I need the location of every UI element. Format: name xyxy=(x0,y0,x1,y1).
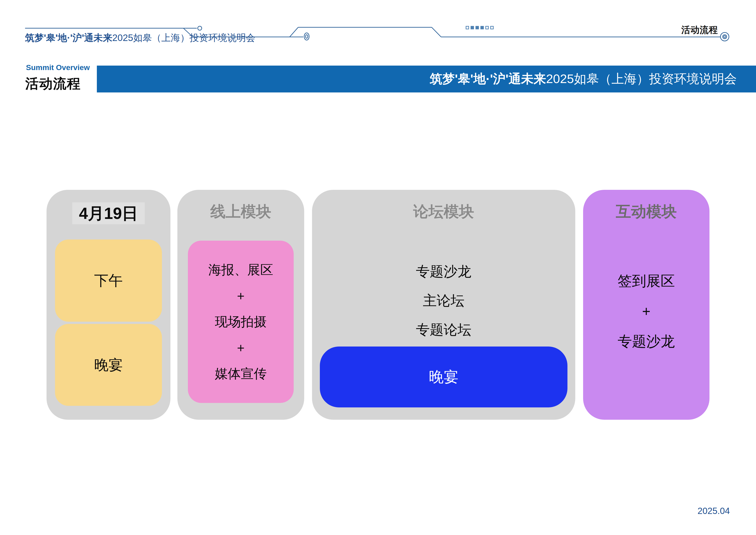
section-title: 活动流程 xyxy=(25,75,81,93)
masthead-title-rest: 2025如皋（上海）投资环境说明会 xyxy=(112,33,255,43)
deco-end-circle-outer xyxy=(720,33,729,41)
footer-date: 2025.04 xyxy=(697,506,730,516)
forum-content-lines: 专题沙龙 主论坛 专题论坛 xyxy=(312,257,575,344)
date-slot-afternoon: 下午 xyxy=(55,239,162,322)
card-date-title-text: 4月19日 xyxy=(72,202,145,224)
card-interactive-title: 互动模块 xyxy=(583,202,710,221)
deco-node-circle-small xyxy=(198,26,202,30)
section-eyebrow: Summit Overview xyxy=(26,63,90,72)
progress-square-hollow xyxy=(490,26,494,29)
masthead-title: 筑梦'皋'地·'沪'通未来2025如皋（上海）投资环境说明会 xyxy=(25,33,255,43)
banner-text: 筑梦'皋'地·'沪'通未来2025如皋（上海）投资环境说明会 xyxy=(430,70,737,88)
progress-square-filled xyxy=(475,26,479,29)
plus-sign: + xyxy=(237,335,245,361)
online-line: 媒体宣传 xyxy=(215,361,267,387)
card-date: 4月19日 下午 晚宴 xyxy=(46,190,171,420)
card-forum-title: 论坛模块 xyxy=(312,202,575,221)
masthead-title-bold: 筑梦'皋'地·'沪'通未来 xyxy=(25,33,112,43)
plus-sign: + xyxy=(237,283,245,309)
interactive-line: 签到展区 xyxy=(618,266,675,296)
progress-square-filled xyxy=(480,26,484,29)
interactive-content-lines: 签到展区 + 专题沙龙 xyxy=(583,266,710,356)
card-forum-module: 论坛模块 专题沙龙 主论坛 专题论坛 晚宴 xyxy=(312,190,575,420)
card-interactive-module: 互动模块 签到展区 + 专题沙龙 xyxy=(583,190,710,420)
date-slot-dinner: 晚宴 xyxy=(55,324,162,406)
corner-page-label: 活动流程 xyxy=(681,24,718,36)
forum-line: 专题论坛 xyxy=(416,315,472,344)
online-line: 海报、展区 xyxy=(208,257,273,283)
progress-square-filled xyxy=(471,26,474,29)
progress-squares xyxy=(466,26,494,29)
slide: 筑梦'皋'地·'沪'通未来2025如皋（上海）投资环境说明会 活动流程 Summ… xyxy=(0,0,756,535)
banner-text-bold: 筑梦'皋'地·'沪'通未来 xyxy=(430,71,546,86)
banner-text-rest: 2025如皋（上海）投资环境说明会 xyxy=(546,71,737,86)
forum-dinner-highlight: 晚宴 xyxy=(320,347,567,408)
progress-square-hollow xyxy=(466,26,469,29)
deco-line-rise xyxy=(290,27,298,37)
card-online-title: 线上模块 xyxy=(177,202,304,221)
online-line: 现场拍摄 xyxy=(215,309,267,335)
title-banner: 筑梦'皋'地·'沪'通未来2025如皋（上海）投资环境说明会 xyxy=(97,66,756,93)
interactive-line: 专题沙龙 xyxy=(618,326,675,356)
forum-line: 主论坛 xyxy=(423,286,465,315)
card-date-title: 4月19日 xyxy=(46,202,171,224)
online-content-box: 海报、展区 + 现场拍摄 + 媒体宣传 xyxy=(188,240,294,403)
card-online-module: 线上模块 海报、展区 + 现场拍摄 + 媒体宣传 xyxy=(177,190,304,420)
deco-node-ellipse-outer xyxy=(304,33,309,40)
deco-line-drop-2 xyxy=(432,27,441,37)
plus-sign: + xyxy=(642,296,650,326)
progress-square-hollow xyxy=(485,26,489,29)
forum-line: 专题沙龙 xyxy=(416,257,472,286)
